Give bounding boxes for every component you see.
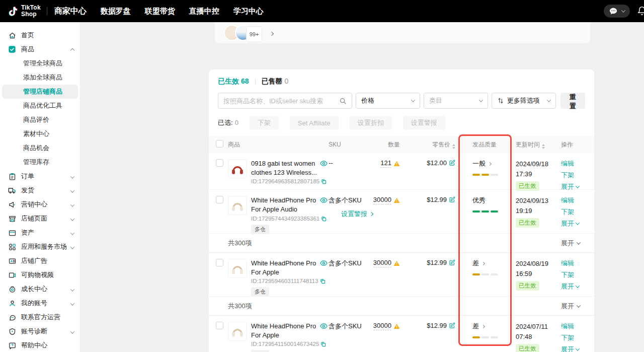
shield-icon (8, 327, 16, 335)
select-all-checkbox[interactable] (216, 140, 223, 148)
nav-learning-center[interactable]: 学习中心 (233, 7, 264, 16)
bulk-set-discount-button[interactable]: 设置折扣 (350, 116, 392, 130)
chevron-right-icon[interactable] (481, 261, 485, 265)
copy-icon[interactable] (320, 341, 326, 347)
copy-icon[interactable] (321, 179, 327, 184)
sidebar-item-orders[interactable]: 订单 (0, 169, 80, 183)
sidebar-item-product-opportunities[interactable]: 商品机会 (2, 141, 78, 155)
price-filter-select[interactable]: 价格 (356, 93, 420, 109)
sidebar-item-marketing[interactable]: 营销中心 (0, 197, 80, 212)
sidebar-item-help-center[interactable]: 帮助中心 (0, 338, 80, 352)
sidebar-item-my-account[interactable]: 我的账号 (0, 296, 80, 310)
sidebar-item-shop-pages[interactable]: 店铺页面 (0, 212, 80, 226)
chevron-right-icon[interactable] (488, 162, 492, 165)
updated-cell: 2024/08/19 16:59 已生效 (511, 259, 557, 296)
chevron-right-icon[interactable] (481, 324, 485, 328)
tiktok-shop-logo[interactable]: TikTok Shop (7, 5, 41, 17)
subtab-active[interactable]: 已生效68 (218, 77, 249, 86)
expand-action[interactable]: 展开 (561, 282, 594, 291)
chevron-down-icon (71, 300, 74, 307)
expand-action[interactable]: 展开 (561, 219, 594, 228)
preview-eye-icon[interactable] (320, 322, 328, 331)
sidebar-item-growth-center[interactable]: 成长中心 (0, 282, 80, 296)
qty-cell: 30000 (371, 259, 406, 296)
group-expand[interactable]: 展开 (561, 239, 580, 248)
messages-pill[interactable] (604, 5, 630, 18)
preview-eye-icon[interactable] (320, 259, 328, 268)
sidebar-item-shipping[interactable]: 发货 (0, 183, 80, 197)
expand-action[interactable]: 展开 (561, 345, 594, 352)
set-alert-link[interactable]: 设置警报 (341, 209, 373, 219)
edit-icon[interactable] (449, 160, 455, 166)
category-filter-select[interactable]: 类目 (424, 93, 488, 109)
chevron-right-icon[interactable] (270, 28, 273, 37)
sidebar-item-product-reviews[interactable]: 商品评价 (2, 113, 78, 127)
search-icon[interactable] (339, 97, 347, 105)
product-table: 商品 SKU 数量 零售价 发品质量 更新时间 操作 (209, 136, 594, 352)
sidebar-item-app-marketplace[interactable]: 应用和服务市场 (0, 240, 80, 254)
group-expand[interactable]: 展开 (561, 302, 580, 311)
sidebar-item-add-global-products[interactable]: 添加全球商品 (2, 71, 78, 85)
deactivate-action[interactable]: 下架 (561, 333, 594, 342)
edit-action[interactable]: 编辑 (561, 259, 594, 268)
copy-icon[interactable] (321, 216, 327, 222)
nav-merchant-center[interactable]: 商家中心 (54, 6, 87, 17)
sidebar-item-products[interactable]: 商品 (0, 42, 80, 56)
warning-icon (393, 323, 400, 329)
deactivate-action[interactable]: 下架 (561, 207, 594, 217)
bell-icon[interactable] (637, 6, 644, 16)
sort-icon[interactable] (452, 144, 455, 149)
product-id: ID:1729594603111748113 (251, 278, 318, 284)
more-filters-select[interactable]: 更多筛选项 (492, 93, 556, 109)
growth-icon (8, 285, 16, 293)
copy-icon[interactable] (320, 278, 326, 284)
reset-button[interactable]: 重置 (560, 93, 585, 109)
preview-eye-icon[interactable] (320, 160, 328, 169)
multi-warehouse-tag: 多仓 (251, 287, 269, 297)
product-title: White HeadPhone Pro For Apple (251, 259, 317, 276)
deactivate-action[interactable]: 下架 (561, 270, 594, 279)
search-input[interactable] (223, 97, 336, 105)
sidebar-item-product-optimizer[interactable]: 商品优化工具 (2, 99, 78, 113)
header-price[interactable]: 零售价 (406, 140, 458, 149)
sidebar-item-asset-center[interactable]: 素材中心 (2, 127, 78, 141)
sidebar-item-manage-global-products[interactable]: 管理全球商品 (2, 56, 78, 71)
header-actions: 操作 (557, 140, 594, 149)
actions-cell: 编辑 下架 展开 (557, 322, 594, 352)
header-updated[interactable]: 更新时间 (511, 140, 557, 149)
bulk-set-alert-button[interactable]: 设置警报 (403, 116, 445, 130)
sidebar-item-contact-official[interactable]: 联系官方运营 (0, 310, 80, 324)
sidebar-item-finance[interactable]: 资产 (0, 226, 80, 240)
bulk-set-affiliate-button[interactable]: Set Affiliate (290, 116, 339, 130)
sort-icon[interactable] (542, 144, 545, 149)
sidebar-item-shop-ads[interactable]: 店铺广告 (0, 254, 80, 268)
subtab-sold-out[interactable]: 已售罄0 (262, 77, 289, 86)
preview-eye-icon[interactable] (320, 196, 328, 205)
deactivate-action[interactable]: 下架 (561, 171, 594, 180)
row-checkbox[interactable] (216, 196, 223, 203)
row-checkbox[interactable] (216, 259, 223, 266)
sidebar-item-manage-inventory[interactable]: 管理库存 (2, 155, 78, 169)
edit-action[interactable]: 编辑 (561, 322, 594, 331)
banner-card[interactable]: 99+ (215, 22, 590, 43)
group-total: 共300项 (228, 239, 252, 248)
sidebar-item-shoppable-videos[interactable]: 可购物视频 (0, 268, 80, 282)
row-checkbox[interactable] (216, 159, 223, 167)
edit-icon[interactable] (449, 259, 455, 266)
nav-affiliate[interactable]: 联盟带货 (145, 7, 175, 16)
sidebar-item-account-diagnosis[interactable]: 账号诊断 (0, 324, 80, 338)
sidebar-item-home[interactable]: 首页 (0, 28, 80, 42)
nav-live-console[interactable]: 直播中控 (189, 7, 219, 16)
header-sku: SKU (329, 141, 371, 148)
chevron-down-icon (479, 98, 483, 102)
edit-icon[interactable] (449, 196, 455, 203)
clipboard-icon (8, 172, 16, 180)
bulk-deactivate-button[interactable]: 下架 (250, 116, 279, 130)
edit-icon[interactable] (449, 322, 455, 329)
row-checkbox[interactable] (216, 322, 223, 329)
sidebar-item-manage-shop-products[interactable]: 管理店铺商品 (2, 85, 78, 99)
edit-action[interactable]: 编辑 (561, 159, 594, 168)
edit-action[interactable]: 编辑 (561, 196, 594, 205)
nav-data-compass[interactable]: 数据罗盘 (101, 7, 131, 16)
sidebar-item-label: 商品 (21, 45, 69, 54)
